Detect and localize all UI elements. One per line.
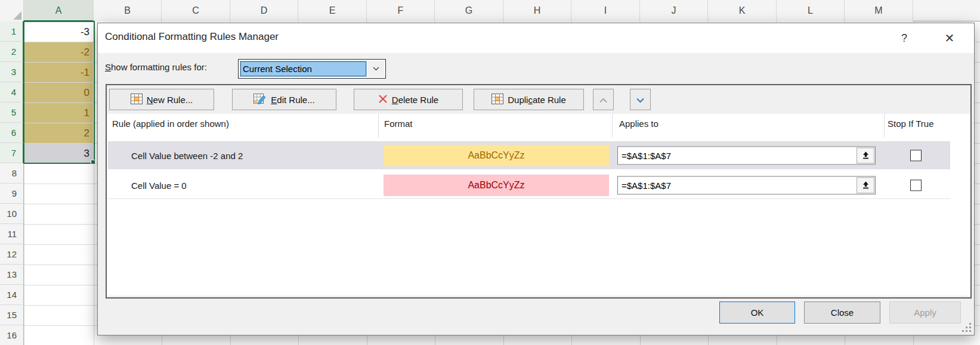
dialog-titlebar: Conditional Formatting Rules Manager ? ✕ — [98, 23, 974, 53]
row-header-11[interactable]: 11 — [0, 224, 24, 244]
table-grid-icon — [131, 94, 143, 106]
column-header-D[interactable]: D — [230, 0, 298, 21]
column-header-M[interactable]: M — [845, 0, 913, 21]
applies-to-input[interactable] — [618, 177, 855, 194]
move-rule-up-button[interactable] — [593, 89, 614, 110]
move-rule-down-button[interactable] — [630, 89, 651, 110]
delete-rule-label: Delete Rule — [392, 95, 438, 105]
format-preview: AaBbCcYyZz — [384, 175, 609, 196]
column-header-C[interactable]: C — [162, 0, 230, 21]
format-preview: AaBbCcYyZz — [384, 145, 609, 166]
column-header-G[interactable]: G — [435, 0, 503, 21]
row-header-1[interactable]: 1 — [0, 21, 24, 42]
collapse-arrow-icon — [861, 151, 870, 160]
new-rule-button[interactable]: New Rule... — [109, 89, 214, 110]
delete-rule-button[interactable]: Delete Rule — [354, 89, 463, 110]
select-all-corner[interactable] — [0, 0, 24, 21]
help-button[interactable]: ? — [895, 29, 914, 47]
resize-grip-icon[interactable] — [963, 324, 971, 332]
row-header-13[interactable]: 13 — [0, 265, 24, 285]
column-header-F[interactable]: F — [367, 0, 435, 21]
dialog-title: Conditional Formatting Rules Manager — [105, 31, 279, 43]
cell-A6[interactable]: 2 — [24, 123, 93, 143]
ok-button[interactable]: OK — [719, 302, 795, 324]
cell-A1[interactable]: -3 — [24, 22, 93, 42]
row-header-6[interactable]: 6 — [0, 123, 24, 143]
collapse-arrow-icon — [861, 181, 870, 190]
col-header-format: Format — [384, 119, 413, 129]
row-header-5[interactable]: 5 — [0, 102, 24, 123]
collapse-dialog-range-picker-button[interactable] — [857, 147, 874, 163]
row-header-4[interactable]: 4 — [0, 82, 24, 102]
rule-description: Cell Value = 0 — [131, 181, 187, 191]
edit-rule-button[interactable]: Edit Rule... — [232, 89, 336, 110]
col-header-rule: Rule (applied in order shown) — [112, 119, 229, 129]
cell-A3[interactable]: -1 — [24, 63, 93, 82]
fill-handle[interactable] — [91, 160, 95, 164]
cell-A4[interactable]: 0 — [24, 83, 93, 102]
column-header-H[interactable]: H — [503, 0, 571, 21]
applies-to-field — [617, 176, 876, 195]
row-header-2[interactable]: 2 — [0, 42, 24, 62]
rule-row[interactable]: Cell Value = 0AaBbCcYyZz — [108, 172, 950, 198]
row-header-16[interactable]: 16 — [0, 325, 24, 345]
dialog-close-button[interactable]: ✕ — [940, 29, 959, 47]
table-pencil-icon — [253, 94, 267, 106]
row-header-12[interactable]: 12 — [0, 244, 24, 265]
column-header-E[interactable]: E — [298, 0, 367, 21]
row-header-8[interactable]: 8 — [0, 163, 24, 184]
cell-A2[interactable]: -2 — [24, 42, 93, 62]
row-header-3[interactable]: 3 — [0, 62, 24, 82]
column-header-J[interactable]: J — [640, 0, 708, 21]
cell-A7[interactable]: 3 — [24, 144, 93, 163]
row-header-15[interactable]: 15 — [0, 305, 24, 325]
rule-row[interactable]: Cell Value between -2 and 2AaBbCcYyZz — [108, 141, 950, 169]
column-header-B[interactable]: B — [94, 0, 162, 21]
applies-to-input[interactable] — [618, 147, 855, 164]
stop-if-true-checkbox[interactable] — [910, 150, 922, 161]
edit-rule-label: Edit Rule... — [271, 95, 314, 105]
rule-description: Cell Value between -2 and 2 — [131, 150, 243, 160]
chevron-down-icon — [636, 95, 645, 105]
close-button[interactable]: Close — [804, 302, 880, 324]
rules-list: Rule (applied in order shown) Format App… — [107, 114, 970, 296]
row-header-10[interactable]: 10 — [0, 204, 24, 224]
row-header-7[interactable]: 7 — [0, 143, 24, 163]
stop-if-true-checkbox[interactable] — [910, 180, 922, 191]
duplicate-rule-button[interactable]: Duplicate Rule — [474, 89, 584, 110]
applies-to-field — [617, 146, 876, 164]
column-header-L[interactable]: L — [777, 0, 845, 21]
collapse-dialog-range-picker-button[interactable] — [857, 178, 874, 194]
delete-x-icon — [378, 94, 388, 105]
row-header-9[interactable]: 9 — [0, 184, 24, 204]
cf-rules-manager-dialog: Conditional Formatting Rules Manager ? ✕… — [97, 23, 975, 335]
col-header-stop-if-true: Stop If True — [888, 119, 934, 129]
column-header-A[interactable]: A — [24, 0, 94, 21]
chevron-up-icon — [599, 95, 608, 105]
duplicate-rule-label: Duplicate Rule — [508, 95, 566, 105]
show-rules-dropdown[interactable]: Current Selection — [238, 59, 386, 79]
chevron-down-icon[interactable] — [368, 61, 384, 77]
select-all-triangle-icon — [13, 11, 21, 20]
column-header-I[interactable]: I — [571, 0, 640, 21]
dropdown-selected-value: Current Selection — [240, 61, 367, 77]
cell-A5[interactable]: 1 — [24, 103, 93, 123]
new-rule-label: New Rule... — [147, 95, 193, 105]
show-rules-label: Show formatting rules for: — [105, 62, 207, 72]
table-grid-icon — [491, 94, 503, 106]
row-header-14[interactable]: 14 — [0, 285, 24, 305]
col-header-applies-to: Applies to — [619, 119, 659, 129]
column-header-K[interactable]: K — [708, 0, 777, 21]
apply-button[interactable]: Apply — [889, 302, 961, 324]
